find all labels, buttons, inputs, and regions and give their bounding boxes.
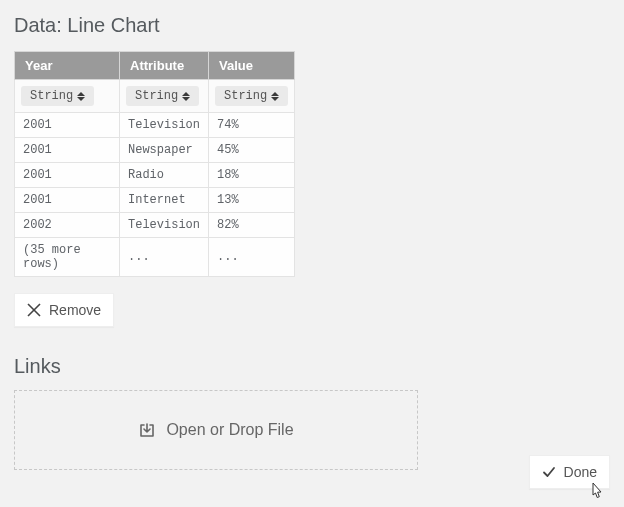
type-selector-year[interactable]: String xyxy=(21,86,94,106)
close-icon xyxy=(27,303,41,317)
open-or-drop-file[interactable]: Open or Drop File xyxy=(14,390,418,470)
section-title: Data: Line Chart xyxy=(14,14,610,37)
sort-icon xyxy=(182,92,190,101)
column-header-year[interactable]: Year xyxy=(15,52,120,80)
check-icon xyxy=(542,465,556,479)
cell-attribute: Television xyxy=(120,113,209,138)
cell-attribute: Newspaper xyxy=(120,138,209,163)
remove-label: Remove xyxy=(49,302,101,318)
dropzone-label: Open or Drop File xyxy=(166,421,293,439)
more-rows-label: (35 more rows) xyxy=(15,238,120,277)
cell-attribute: Television xyxy=(120,213,209,238)
links-title: Links xyxy=(14,355,610,378)
cell-value: 13% xyxy=(209,188,295,213)
cell-attribute: Internet xyxy=(120,188,209,213)
cell-year: 2001 xyxy=(15,163,120,188)
cell-value: 82% xyxy=(209,213,295,238)
cell-attribute: Radio xyxy=(120,163,209,188)
type-label: String xyxy=(135,89,178,103)
table-row: 2001 Radio 18% xyxy=(15,163,295,188)
column-header-attribute[interactable]: Attribute xyxy=(120,52,209,80)
cell-year: 2002 xyxy=(15,213,120,238)
remove-button[interactable]: Remove xyxy=(14,293,114,327)
column-header-value[interactable]: Value xyxy=(209,52,295,80)
import-icon xyxy=(138,421,156,439)
type-selector-value[interactable]: String xyxy=(215,86,288,106)
done-button[interactable]: Done xyxy=(529,455,610,489)
cell-year: 2001 xyxy=(15,138,120,163)
more-rows-ellipsis: ... xyxy=(120,238,209,277)
more-rows-row[interactable]: (35 more rows) ... ... xyxy=(15,238,295,277)
sort-icon xyxy=(77,92,85,101)
cell-value: 45% xyxy=(209,138,295,163)
type-selector-attribute[interactable]: String xyxy=(126,86,199,106)
more-rows-ellipsis: ... xyxy=(209,238,295,277)
table-row: 2002 Television 82% xyxy=(15,213,295,238)
cell-year: 2001 xyxy=(15,188,120,213)
cell-value: 18% xyxy=(209,163,295,188)
table-row: 2001 Newspaper 45% xyxy=(15,138,295,163)
table-row: 2001 Internet 13% xyxy=(15,188,295,213)
table-row: 2001 Television 74% xyxy=(15,113,295,138)
cell-value: 74% xyxy=(209,113,295,138)
cell-year: 2001 xyxy=(15,113,120,138)
type-label: String xyxy=(224,89,267,103)
sort-icon xyxy=(271,92,279,101)
type-row: String String String xyxy=(15,80,295,113)
type-label: String xyxy=(30,89,73,103)
data-table: Year Attribute Value String String Strin xyxy=(14,51,295,277)
done-label: Done xyxy=(564,464,597,480)
